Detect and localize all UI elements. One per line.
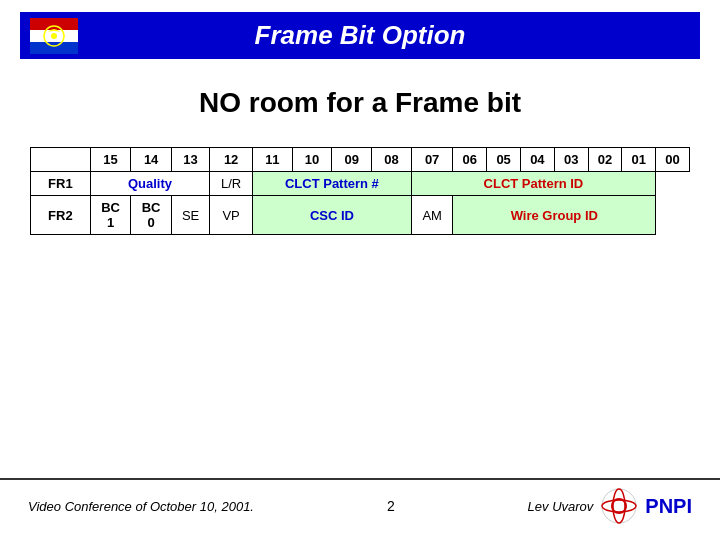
svg-rect-3 <box>30 42 78 54</box>
fr2-am-cell: AM <box>411 196 453 235</box>
bit-01: 01 <box>622 148 656 172</box>
svg-rect-1 <box>30 18 78 30</box>
footer-page-number: 2 <box>387 498 395 514</box>
fr1-clct-pattern-id-cell: CLCT Pattern ID <box>411 172 655 196</box>
bit-15: 15 <box>90 148 131 172</box>
bit-06: 06 <box>453 148 487 172</box>
fr1-clct-pattern-num-cell: CLCT Pattern # <box>253 172 412 196</box>
fr2-bc0-sub: 0 <box>134 215 168 230</box>
bit-07: 07 <box>411 148 453 172</box>
bit-08: 08 <box>372 148 412 172</box>
header-bar: Frame Bit Option <box>20 12 700 59</box>
fr2-csc-id-cell: CSC ID <box>253 196 412 235</box>
flag-logo <box>30 18 78 54</box>
fr1-lr-cell: L/R <box>210 172 253 196</box>
fr2-label: FR2 <box>31 196 91 235</box>
fr2-wire-group-id-cell: Wire Group ID <box>453 196 656 235</box>
header-title: Frame Bit Option <box>255 20 466 51</box>
footer: Video Conference of October 10, 2001. 2 … <box>0 478 720 524</box>
bit-03: 03 <box>554 148 588 172</box>
pnpi-logo-icon <box>601 488 637 524</box>
header-empty-cell <box>31 148 91 172</box>
fr2-row: FR2 BC 1 BC 0 SE VP CSC ID AM Wire Group… <box>31 196 690 235</box>
main-subtitle: NO room for a Frame bit <box>0 87 720 119</box>
fr1-row: FR1 Quality L/R CLCT Pattern # CLCT Patt… <box>31 172 690 196</box>
footer-right: Lev Uvarov PNPI <box>528 488 692 524</box>
footer-author: Lev Uvarov <box>528 499 594 514</box>
bit-14: 14 <box>131 148 172 172</box>
fr2-bc1-sub: 1 <box>94 215 128 230</box>
fr1-quality-cell: Quality <box>90 172 209 196</box>
fr2-bc0-cell: BC 0 <box>131 196 172 235</box>
bit-02: 02 <box>588 148 622 172</box>
footer-conference: Video Conference of October 10, 2001. <box>28 499 254 514</box>
table-wrapper: 15 14 13 12 11 10 09 08 07 06 05 04 03 0… <box>30 147 690 235</box>
bit-00: 00 <box>656 148 690 172</box>
pnpi-label: PNPI <box>645 495 692 518</box>
bit-11: 11 <box>253 148 293 172</box>
bit-10: 10 <box>292 148 332 172</box>
bit-header-row: 15 14 13 12 11 10 09 08 07 06 05 04 03 0… <box>31 148 690 172</box>
bit-13: 13 <box>171 148 209 172</box>
fr2-bc0-label: BC <box>134 200 168 215</box>
bit-04: 04 <box>521 148 555 172</box>
fr2-vp-cell: VP <box>210 196 253 235</box>
fr2-bc1-label: BC <box>94 200 128 215</box>
bit-05: 05 <box>487 148 521 172</box>
bit-table: 15 14 13 12 11 10 09 08 07 06 05 04 03 0… <box>30 147 690 235</box>
fr1-label: FR1 <box>31 172 91 196</box>
fr2-se-cell: SE <box>171 196 209 235</box>
bit-12: 12 <box>210 148 253 172</box>
svg-point-6 <box>602 489 636 523</box>
svg-point-5 <box>51 33 57 39</box>
bit-09: 09 <box>332 148 372 172</box>
fr2-bc1-cell: BC 1 <box>90 196 131 235</box>
